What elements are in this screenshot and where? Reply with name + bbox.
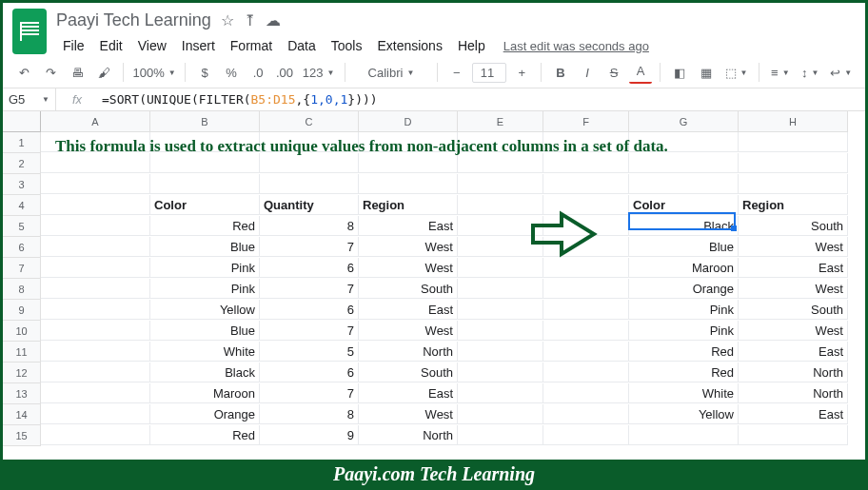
name-box[interactable]: G5▼ <box>3 88 56 110</box>
cell[interactable]: East <box>359 216 458 236</box>
cell[interactable] <box>543 258 629 278</box>
cell[interactable] <box>359 153 458 173</box>
paint-format-icon[interactable]: 🖌 <box>92 61 115 84</box>
cell[interactable]: Blue <box>150 237 260 257</box>
cell[interactable] <box>458 153 543 173</box>
cell[interactable]: 6 <box>260 258 359 278</box>
menu-file[interactable]: File <box>56 34 91 57</box>
menu-tools[interactable]: Tools <box>325 34 369 57</box>
cell[interactable]: Orange <box>629 279 739 299</box>
cell[interactable] <box>543 195 629 215</box>
cell[interactable]: Red <box>150 425 260 445</box>
cell[interactable]: 8 <box>260 404 359 424</box>
cell[interactable]: Pink <box>629 321 739 341</box>
cell[interactable]: Blue <box>629 237 739 257</box>
cell[interactable]: 7 <box>260 383 359 403</box>
font-size-input[interactable]: 11 <box>472 63 506 83</box>
row-header-4[interactable]: 4 <box>3 195 41 216</box>
cell[interactable]: Yellow <box>150 300 260 320</box>
cell[interactable] <box>543 237 629 257</box>
decrease-decimal-button[interactable]: .0 <box>247 61 269 84</box>
cell[interactable]: 9 <box>260 425 359 445</box>
cell[interactable] <box>458 425 543 445</box>
print-icon[interactable]: 🖶 <box>66 61 89 84</box>
cell[interactable]: White <box>150 342 260 362</box>
row-header-10[interactable]: 10 <box>3 321 41 342</box>
cell[interactable]: Red <box>150 216 260 236</box>
row-header-13[interactable]: 13 <box>3 383 41 404</box>
row-header-1[interactable]: 1 <box>3 132 41 153</box>
cell[interactable]: Blue <box>150 321 260 341</box>
cell[interactable] <box>543 321 629 341</box>
text-color-button[interactable]: A <box>629 61 652 84</box>
cell[interactable]: Quantity <box>260 195 359 215</box>
cell[interactable]: Region <box>739 195 848 215</box>
row-header-14[interactable]: 14 <box>3 404 41 425</box>
cell[interactable] <box>41 195 150 215</box>
cell[interactable]: 6 <box>260 300 359 320</box>
cell[interactable] <box>739 425 848 445</box>
cell[interactable]: Color <box>150 195 260 215</box>
cell[interactable] <box>458 300 543 320</box>
row-header-7[interactable]: 7 <box>3 258 41 279</box>
cell[interactable]: South <box>739 300 848 320</box>
cell[interactable] <box>458 237 543 257</box>
cell[interactable]: Color <box>629 195 739 215</box>
cell[interactable]: 7 <box>260 321 359 341</box>
cell[interactable] <box>359 132 458 152</box>
cell[interactable]: White <box>629 383 739 403</box>
cell[interactable] <box>543 174 629 194</box>
cell[interactable]: 5 <box>260 342 359 362</box>
cell[interactable]: West <box>359 237 458 257</box>
cell[interactable]: Maroon <box>629 258 739 278</box>
cell[interactable]: East <box>739 342 848 362</box>
cell[interactable]: North <box>359 425 458 445</box>
font-size-decrease[interactable]: − <box>445 61 468 84</box>
row-header-3[interactable]: 3 <box>3 174 41 195</box>
last-edit-link[interactable]: Last edit was seconds ago <box>503 39 649 53</box>
col-header-F[interactable]: F <box>543 111 629 132</box>
undo-icon[interactable]: ↶ <box>12 61 35 84</box>
font-dropdown[interactable]: Calibri▼ <box>353 61 429 84</box>
cell[interactable]: North <box>739 363 848 382</box>
cell[interactable] <box>260 132 359 152</box>
cell[interactable] <box>458 195 543 215</box>
sheets-logo-icon[interactable] <box>12 9 47 54</box>
borders-icon[interactable]: ▦ <box>695 61 718 84</box>
cell[interactable] <box>150 174 260 194</box>
cell[interactable] <box>41 216 150 236</box>
row-header-11[interactable]: 11 <box>3 342 41 363</box>
cell[interactable]: Black <box>629 216 739 236</box>
h-align-icon[interactable]: ≡▼ <box>767 61 794 84</box>
row-header-9[interactable]: 9 <box>3 300 41 321</box>
row-header-6[interactable]: 6 <box>3 237 41 258</box>
cell[interactable]: West <box>359 321 458 341</box>
cell[interactable]: West <box>359 404 458 424</box>
cell[interactable] <box>41 258 150 278</box>
doc-title[interactable]: Paayi Tech Learning <box>56 10 211 30</box>
percent-button[interactable]: % <box>220 61 243 84</box>
wrap-icon[interactable]: ↩▼ <box>827 61 856 84</box>
cell[interactable] <box>41 300 150 320</box>
cell[interactable]: East <box>359 300 458 320</box>
cell[interactable] <box>41 342 150 362</box>
cell[interactable] <box>739 132 848 152</box>
cell[interactable]: East <box>739 404 848 424</box>
cell[interactable] <box>739 174 848 194</box>
menu-view[interactable]: View <box>131 34 173 57</box>
cell[interactable] <box>41 363 150 382</box>
menu-insert[interactable]: Insert <box>175 34 222 57</box>
col-header-G[interactable]: G <box>629 111 739 132</box>
cell[interactable] <box>458 279 543 299</box>
cell[interactable]: East <box>359 383 458 403</box>
row-header-2[interactable]: 2 <box>3 153 41 174</box>
cell[interactable]: West <box>359 258 458 278</box>
strike-button[interactable]: S <box>602 61 625 84</box>
cell[interactable]: Red <box>629 363 739 382</box>
cell[interactable] <box>41 132 150 152</box>
cell[interactable] <box>739 153 848 173</box>
cell[interactable] <box>458 342 543 362</box>
cell[interactable] <box>41 321 150 341</box>
cell[interactable]: 7 <box>260 237 359 257</box>
cell[interactable] <box>41 174 150 194</box>
